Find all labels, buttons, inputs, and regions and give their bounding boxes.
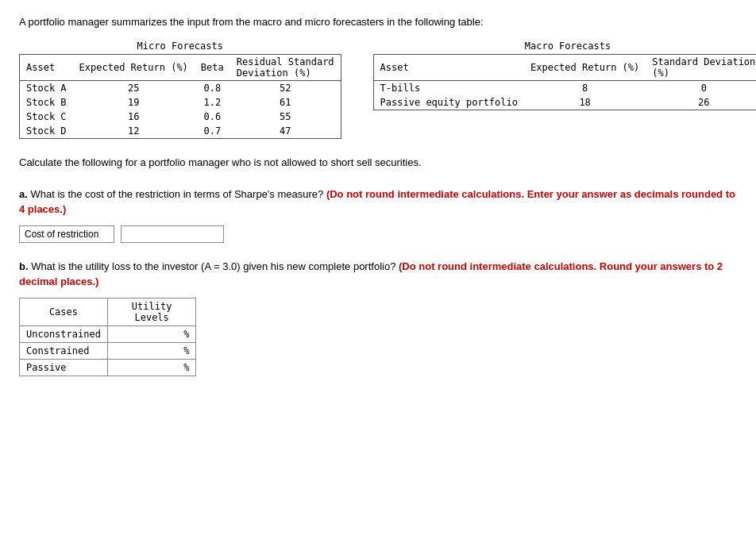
micro-residual-4: 47 (230, 124, 341, 139)
table-row: Stock C 16 0.6 55 (20, 110, 341, 124)
table-row: Passive equity portfolio 18 26 (373, 95, 756, 110)
intro-text: A portfolio manager summarizes the input… (19, 16, 737, 28)
table-row: Stock B 19 1.2 61 (20, 95, 341, 110)
macro-stddev-2: 26 (646, 95, 756, 110)
micro-col-return: Expected Return (%) (73, 55, 195, 81)
micro-residual-1: 52 (230, 81, 341, 96)
micro-asset-2: Stock B (20, 95, 73, 110)
table-row: Unconstrained % (20, 325, 196, 342)
part-b-section: b. What is the utility loss to the inves… (19, 259, 737, 376)
micro-table-section: Micro Forecasts Asset Expected Return (%… (19, 40, 341, 139)
utility-case-constrained: Constrained (20, 342, 108, 359)
macro-col-asset: Asset (373, 55, 524, 81)
table-row: T-bills 8 0 (373, 81, 756, 96)
micro-beta-2: 1.2 (195, 95, 230, 110)
utility-case-passive: Passive (20, 359, 108, 375)
macro-col-stddev: Standard Deviation(%) (646, 55, 756, 81)
utility-input-unconstrained[interactable] (114, 329, 178, 340)
part-a-input-row: Cost of restriction (19, 225, 737, 243)
micro-return-3: 16 (73, 110, 195, 124)
micro-asset-3: Stock C (20, 110, 73, 124)
utility-value-unconstrained-cell: % (107, 325, 195, 342)
utility-input-constrained[interactable] (114, 345, 178, 356)
micro-asset-4: Stock D (20, 124, 73, 139)
utility-col-levels: UtilityLevels (107, 298, 195, 325)
table-row: Passive % (20, 359, 196, 375)
part-a-question: a. What is the cost of the restriction i… (19, 187, 737, 218)
utility-case-unconstrained: Unconstrained (20, 325, 108, 342)
macro-return-1: 8 (524, 81, 646, 96)
utility-pct-unconstrained: % (183, 329, 189, 340)
micro-beta-4: 0.7 (195, 124, 230, 139)
calc-text: Calculate the following for a portfolio … (19, 155, 737, 171)
part-a-section: a. What is the cost of the restriction i… (19, 187, 737, 243)
cost-of-restriction-input[interactable] (121, 225, 224, 243)
macro-table-section: Macro Forecasts Asset Expected Return (%… (373, 40, 756, 110)
table-row: Stock A 25 0.8 52 (20, 81, 341, 96)
utility-pct-constrained: % (183, 345, 189, 356)
utility-value-passive-cell: % (107, 359, 195, 375)
utility-table: Cases UtilityLevels Unconstrained % Cons… (19, 298, 196, 376)
micro-return-1: 25 (73, 81, 195, 96)
macro-asset-2: Passive equity portfolio (373, 95, 524, 110)
macro-table: Asset Expected Return (%) Standard Devia… (373, 54, 756, 110)
utility-pct-passive: % (183, 362, 189, 373)
table-row: Constrained % (20, 342, 196, 359)
macro-return-2: 18 (524, 95, 646, 110)
micro-beta-1: 0.8 (195, 81, 230, 96)
micro-return-2: 19 (73, 95, 195, 110)
cost-of-restriction-label: Cost of restriction (19, 225, 114, 243)
tables-row: Micro Forecasts Asset Expected Return (%… (19, 40, 737, 139)
micro-table-title: Micro Forecasts (19, 40, 341, 52)
calc-section: Calculate the following for a portfolio … (19, 155, 737, 171)
utility-input-passive[interactable] (114, 362, 178, 373)
micro-residual-3: 55 (230, 110, 341, 124)
micro-table: Asset Expected Return (%) Beta Residual … (19, 54, 341, 139)
macro-asset-1: T-bills (373, 81, 524, 96)
part-b-label: b. (19, 260, 29, 272)
micro-residual-2: 61 (230, 95, 341, 110)
part-b-question: b. What is the utility loss to the inves… (19, 259, 737, 290)
part-a-question-text: What is the cost of the restriction in t… (30, 188, 326, 200)
table-row: Stock D 12 0.7 47 (20, 124, 341, 139)
utility-value-constrained-cell: % (107, 342, 195, 359)
micro-beta-3: 0.6 (195, 110, 230, 124)
micro-col-asset: Asset (20, 55, 73, 81)
macro-stddev-1: 0 (646, 81, 756, 96)
macro-table-title: Macro Forecasts (373, 40, 756, 52)
part-a-label: a. (19, 188, 28, 200)
macro-col-return: Expected Return (%) (524, 55, 646, 81)
micro-col-beta: Beta (195, 55, 230, 81)
micro-col-residual: Residual StandardDeviation (%) (230, 55, 341, 81)
micro-asset-1: Stock A (20, 81, 73, 96)
micro-return-4: 12 (73, 124, 195, 139)
utility-col-cases: Cases (20, 298, 108, 325)
part-b-question-text: What is the utility loss to the investor… (31, 260, 399, 272)
